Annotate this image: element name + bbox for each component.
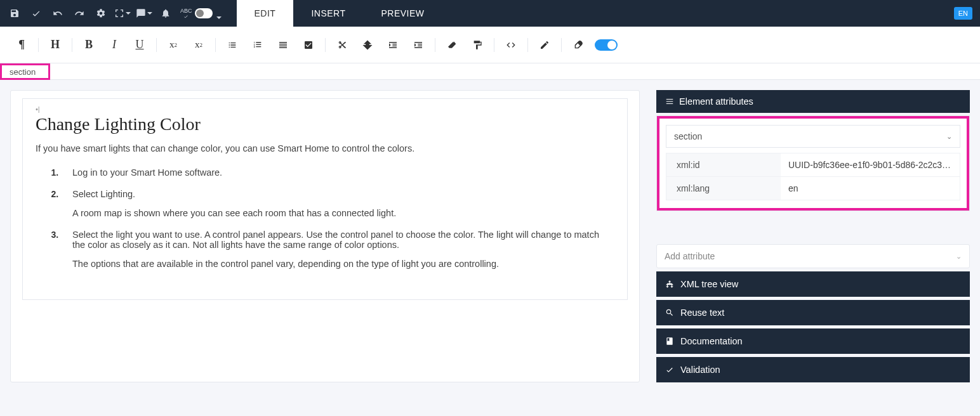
feather-icon[interactable]: [566, 32, 591, 58]
unordered-list-icon[interactable]: [220, 32, 245, 58]
check-icon: [665, 365, 674, 374]
heading-icon[interactable]: H: [43, 32, 68, 58]
list-item[interactable]: Select Lighting. A room map is shown whe…: [61, 189, 614, 218]
edit-pencil-icon[interactable]: [532, 32, 557, 58]
tree-icon: [665, 280, 674, 289]
cursor-marker: •|: [36, 105, 614, 113]
attributes-table: xml:id UUID-b9fc36ee-e1f0-9b01-5d86-2c2c…: [666, 153, 960, 200]
spellcheck-pill[interactable]: [195, 8, 213, 18]
bold-icon[interactable]: B: [76, 32, 102, 58]
step-subtext: A room map is shown where you can see ea…: [61, 208, 614, 218]
step-text: Log in to your Smart Home software.: [61, 167, 614, 178]
breadcrumb: section: [0, 63, 980, 80]
accordion-label: Reuse text: [680, 308, 724, 318]
feature-toggle[interactable]: [595, 39, 618, 51]
comment-icon[interactable]: [133, 0, 155, 27]
checkbox-icon[interactable]: [296, 32, 321, 58]
accordion-label: Documentation: [680, 336, 743, 346]
attr-value[interactable]: en: [781, 177, 960, 200]
attributes-highlight: section ⌄ xml:id UUID-b9fc36ee-e1f0-9b01…: [657, 116, 969, 211]
code-icon[interactable]: [498, 32, 524, 58]
book-icon: [665, 337, 674, 346]
attr-value[interactable]: UUID-b9fc36ee-e1f0-9b01-5d86-2c2c3513987: [781, 153, 960, 176]
subscript-icon[interactable]: x2: [186, 32, 211, 58]
align-icon[interactable]: [270, 32, 296, 58]
accordion-label: XML tree view: [680, 279, 738, 289]
italic-icon[interactable]: I: [102, 32, 127, 58]
fullscreen-icon[interactable]: [112, 0, 133, 27]
chevron-down-icon[interactable]: [215, 11, 220, 16]
tab-edit[interactable]: EDIT: [237, 0, 294, 27]
abc-label: ABC: [180, 8, 192, 14]
element-select[interactable]: section ⌄: [666, 125, 960, 148]
format-paint-icon[interactable]: [465, 32, 490, 58]
document-intro[interactable]: If you have smart lights that can change…: [36, 143, 614, 153]
step-text: Select the light you want to use. A cont…: [61, 230, 614, 250]
accordion-label: Validation: [680, 365, 720, 375]
indent-icon[interactable]: [406, 32, 431, 58]
save-icon[interactable]: [4, 0, 25, 27]
tab-insert[interactable]: INSERT: [293, 0, 363, 27]
attributes-body: section ⌄ xml:id UUID-b9fc36ee-e1f0-9b01…: [656, 115, 970, 211]
table-row[interactable]: xml:lang en: [666, 177, 960, 200]
top-toolbar: ABC EDIT INSERT PREVIEW EN: [0, 0, 980, 27]
panel-element-attributes-header[interactable]: Element attributes: [656, 90, 970, 113]
accordion-reuse-text[interactable]: Reuse text: [656, 300, 970, 325]
selected-element-label: section: [674, 131, 702, 141]
document-title[interactable]: Change Lighting Color: [36, 114, 614, 134]
accordion-xml-tree[interactable]: XML tree view: [656, 271, 970, 297]
attr-key: xml:lang: [666, 177, 781, 200]
chevron-down-icon: ⌄: [956, 252, 962, 261]
language-badge[interactable]: EN: [954, 7, 972, 20]
steps-list: Log in to your Smart Home software. Sele…: [36, 167, 614, 269]
tab-preview[interactable]: PREVIEW: [364, 0, 442, 27]
redo-icon[interactable]: [69, 0, 90, 27]
accordion-validation[interactable]: Validation: [656, 357, 970, 382]
accordion-documentation[interactable]: Documentation: [656, 328, 970, 354]
breadcrumb-section[interactable]: section: [0, 63, 50, 80]
attr-key: xml:id: [666, 153, 781, 176]
spellcheck-toggle[interactable]: ABC: [176, 8, 224, 19]
table-row[interactable]: xml:id UUID-b9fc36ee-e1f0-9b01-5d86-2c2c…: [666, 153, 960, 177]
superscript-icon[interactable]: x2: [161, 32, 186, 58]
chevron-down-icon: ⌄: [946, 133, 952, 141]
compress-icon[interactable]: [355, 32, 380, 58]
cut-icon[interactable]: [329, 32, 355, 58]
outdent-icon[interactable]: [380, 32, 406, 58]
add-attribute-select[interactable]: Add attribute ⌄: [656, 244, 970, 268]
list-icon: [665, 97, 674, 106]
side-panel: Element attributes section ⌄ xml:id UUID…: [656, 90, 970, 382]
list-item[interactable]: Select the light you want to use. A cont…: [61, 230, 614, 269]
search-icon: [665, 308, 674, 317]
check-icon[interactable]: [25, 0, 47, 27]
editor-pane: •| Change Lighting Color If you have sma…: [10, 90, 640, 382]
add-attribute-placeholder: Add attribute: [665, 251, 715, 261]
gear-icon[interactable]: [90, 0, 112, 27]
list-item[interactable]: Log in to your Smart Home software.: [61, 167, 614, 178]
main-tabs: EDIT INSERT PREVIEW: [237, 0, 442, 27]
paragraph-icon[interactable]: ¶: [9, 32, 34, 58]
bell-icon[interactable]: [155, 0, 176, 27]
ordered-list-icon[interactable]: [245, 32, 270, 58]
undo-icon[interactable]: [47, 0, 69, 27]
underline-icon[interactable]: U: [127, 32, 152, 58]
panel-header-label: Element attributes: [679, 96, 753, 107]
step-text: Select Lighting.: [61, 189, 614, 199]
editor-content[interactable]: •| Change Lighting Color If you have sma…: [22, 98, 628, 300]
step-subtext: The options that are available in the co…: [61, 259, 614, 269]
format-toolbar: ¶ H B I U x2 x2: [0, 27, 980, 63]
eraser-icon[interactable]: [439, 32, 465, 58]
